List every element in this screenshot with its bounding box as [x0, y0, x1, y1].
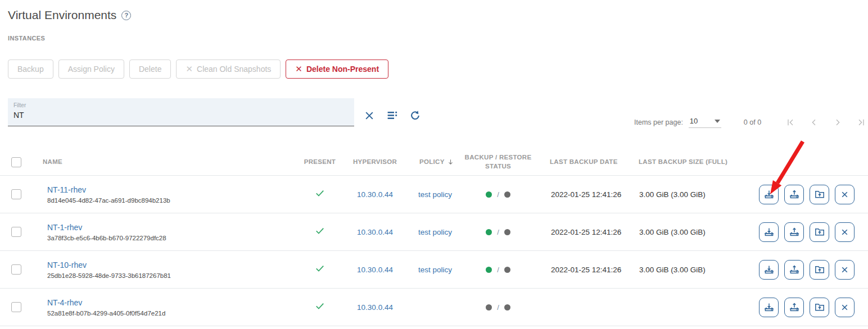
first-page-icon[interactable]	[786, 118, 795, 127]
file-restore-button[interactable]	[810, 298, 829, 317]
vm-name-link[interactable]: NT-10-rhev	[47, 261, 87, 269]
items-per-page-select[interactable]: 10	[689, 117, 721, 128]
hypervisor-link[interactable]: 10.30.0.44	[357, 266, 393, 274]
file-restore-button[interactable]	[810, 222, 829, 242]
delete-icon	[839, 302, 850, 313]
refresh-icon[interactable]	[409, 109, 421, 121]
select-all-checkbox[interactable]	[11, 157, 21, 167]
last-page-icon[interactable]	[857, 118, 866, 127]
clear-filter-icon[interactable]	[363, 109, 375, 121]
items-per-page-label: Items per page:	[634, 118, 683, 126]
vm-name-link[interactable]: NT-11-rhev	[47, 185, 86, 194]
table-row: NT-11-rhev 8d14e045-4d82-47ac-a691-d9bc8…	[0, 176, 868, 213]
column-header-last-backup-size[interactable]: LAST BACKUP SIZE (FULL)	[635, 158, 757, 167]
table-header-row: NAME PRESENT HYPERVISOR POLICY BACKUP / …	[0, 149, 868, 176]
filter-input-label: Filter	[13, 102, 354, 108]
policy-link[interactable]: test policy	[406, 190, 462, 199]
backup-button[interactable]	[759, 222, 779, 242]
file-restore-icon	[814, 189, 825, 200]
column-header-policy[interactable]: POLICY	[406, 158, 462, 167]
hypervisor-link[interactable]: 10.30.0.44	[357, 190, 393, 199]
delete-icon	[839, 264, 850, 275]
present-check-icon	[314, 188, 326, 201]
chevron-down-icon	[715, 120, 720, 123]
row-checkbox[interactable]	[11, 302, 21, 312]
vm-uuid: 3a78f3cb-e5c6-4b6b-b670-9722279dfc28	[47, 235, 296, 241]
delete-non-present-button[interactable]: ✕ Delete Non-Present	[286, 60, 388, 79]
backup-restore-status: /	[462, 190, 534, 199]
select-all-cell	[0, 157, 35, 167]
backup-icon	[763, 301, 775, 313]
delete-instance-button[interactable]	[835, 298, 855, 317]
assign-policy-button[interactable]: Assign Policy	[58, 60, 124, 79]
page-range-label: 0 of 0	[744, 118, 761, 126]
restore-status-dot	[504, 229, 510, 235]
pager-nav	[786, 118, 866, 127]
table-row: NT-4-rhev 52a81e8f-b07b-4299-a405-0f0f54…	[0, 289, 868, 326]
backup-icon	[763, 189, 775, 200]
row-checkbox[interactable]	[11, 227, 21, 237]
table-row: NT-1-rhev 3a78f3cb-e5c6-4b6b-b670-972227…	[0, 213, 868, 251]
column-header-name[interactable]: NAME	[35, 158, 296, 167]
hypervisor-link[interactable]: 10.30.0.44	[357, 303, 393, 312]
restore-button[interactable]	[784, 222, 804, 242]
vm-name-link[interactable]: NT-1-rhev	[47, 223, 82, 232]
row-actions	[757, 260, 868, 280]
table-row: NT-10-rhev 25db1e28-5928-48de-9733-3b618…	[0, 251, 868, 289]
help-icon[interactable]: ?	[121, 11, 131, 20]
sort-descending-icon	[447, 158, 454, 166]
backup-status-dot	[486, 267, 492, 273]
backup-button[interactable]	[759, 260, 779, 280]
backup-status-dot	[486, 229, 492, 235]
vm-uuid: 8d14e045-4d82-47ac-a691-d9bc894b213b	[47, 197, 296, 204]
restore-button[interactable]	[784, 298, 804, 317]
hypervisor-link[interactable]: 10.30.0.44	[357, 228, 393, 236]
restore-icon	[789, 264, 800, 275]
delete-icon	[839, 227, 850, 237]
columns-icon[interactable]	[386, 109, 398, 121]
file-restore-button[interactable]	[810, 185, 829, 204]
vm-name-link[interactable]: NT-4-rhev	[47, 298, 82, 307]
policy-link[interactable]: test policy	[406, 228, 462, 236]
filter-input-value: NT	[13, 111, 354, 120]
file-restore-icon	[814, 226, 825, 237]
section-label: INSTANCES	[8, 35, 868, 42]
backup-button[interactable]	[759, 298, 779, 317]
backup-status-dot	[486, 191, 492, 198]
delete-instance-button[interactable]	[835, 260, 855, 280]
delete-instance-button[interactable]	[835, 185, 855, 204]
column-header-hypervisor[interactable]: HYPERVISOR	[353, 158, 397, 167]
present-check-icon	[314, 300, 326, 314]
last-backup-date: 2022-01-25 12:41:26	[534, 228, 635, 236]
present-check-icon	[314, 263, 326, 276]
column-header-present[interactable]: PRESENT	[304, 158, 336, 167]
restore-button[interactable]	[784, 185, 804, 204]
backup-button[interactable]: Backup	[8, 60, 53, 79]
next-page-icon[interactable]	[833, 118, 842, 127]
policy-link[interactable]: test policy	[406, 266, 462, 274]
delete-button[interactable]: Delete	[129, 60, 171, 79]
delete-non-present-label: Delete Non-Present	[306, 65, 379, 74]
file-restore-icon	[814, 264, 825, 275]
x-icon: ✕	[295, 64, 302, 74]
instances-table: NAME PRESENT HYPERVISOR POLICY BACKUP / …	[0, 149, 868, 326]
column-header-last-backup-date[interactable]: LAST BACKUP DATE	[534, 158, 635, 167]
restore-icon	[789, 226, 800, 237]
restore-icon	[789, 189, 800, 200]
column-header-status[interactable]: BACKUP / RESTORE STATUS	[462, 153, 534, 171]
x-icon: ✕	[186, 64, 193, 74]
previous-page-icon[interactable]	[810, 118, 819, 127]
clean-old-snapshots-button[interactable]: ✕ Clean Old Snapshots	[176, 60, 281, 79]
row-actions	[757, 298, 868, 317]
toolbar: Backup Assign Policy Delete ✕ Clean Old …	[8, 60, 868, 79]
delete-instance-button[interactable]	[835, 222, 855, 242]
last-backup-size: 3.00 GiB (3.00 GiB)	[635, 266, 757, 274]
row-checkbox[interactable]	[11, 264, 21, 275]
items-per-page-value: 10	[690, 117, 698, 125]
file-restore-button[interactable]	[810, 260, 829, 280]
backup-icon	[763, 264, 775, 275]
backup-button[interactable]	[759, 185, 779, 204]
restore-button[interactable]	[784, 260, 804, 280]
row-checkbox[interactable]	[11, 189, 21, 199]
filter-input[interactable]: Filter NT	[8, 98, 354, 126]
